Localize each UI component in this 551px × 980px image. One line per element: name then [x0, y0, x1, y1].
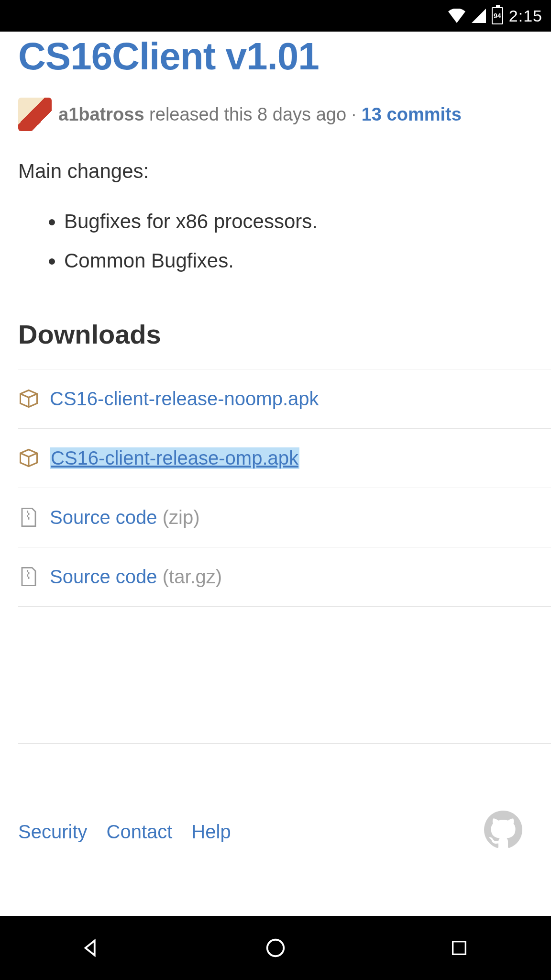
back-button[interactable]	[78, 935, 105, 961]
svg-point-0	[267, 940, 284, 957]
download-link: CS16-client-release-omp.apk	[50, 447, 299, 469]
commits-link[interactable]: 13 commits	[362, 104, 462, 124]
downloads-list: CS16-client-release-noomp.apk CS16-clien…	[18, 369, 551, 607]
footer-link-contact[interactable]: Contact	[107, 821, 173, 843]
download-link: Source code (zip)	[50, 507, 199, 528]
wifi-icon	[448, 9, 466, 23]
released-text: released this 8 days ago ·	[144, 104, 362, 124]
package-icon	[18, 389, 39, 408]
download-row[interactable]: CS16-client-release-omp.apk	[18, 429, 551, 488]
battery-pct: 94	[494, 12, 501, 20]
list-item: Bugfixes for x86 processors.	[64, 202, 551, 241]
list-item: Common Bugfixes.	[64, 241, 551, 280]
cell-signal-icon	[472, 9, 486, 23]
download-row[interactable]: Source code (tar.gz)	[18, 547, 551, 607]
release-byline: a1batross released this 8 days ago · 13 …	[18, 98, 551, 131]
svg-rect-1	[453, 942, 466, 955]
status-time: 2:15	[509, 7, 542, 25]
battery-icon: 94	[492, 7, 503, 24]
footer-link-help[interactable]: Help	[191, 821, 231, 843]
release-title-link[interactable]: CS16Client v1.01	[18, 35, 551, 78]
main-changes-heading: Main changes:	[18, 160, 551, 183]
home-button[interactable]	[262, 935, 289, 961]
avatar[interactable]	[18, 98, 52, 131]
status-bar: 94 2:15	[0, 0, 551, 32]
footer: Security Contact Help	[18, 744, 551, 853]
recent-apps-button[interactable]	[446, 935, 473, 961]
changes-list: Bugfixes for x86 processors. Common Bugf…	[64, 202, 551, 280]
zip-icon	[18, 567, 39, 587]
downloads-heading: Downloads	[18, 319, 551, 350]
author-link[interactable]: a1batross	[58, 104, 144, 124]
download-row[interactable]: CS16-client-release-noomp.apk	[18, 369, 551, 429]
android-navbar	[0, 916, 551, 980]
download-link: CS16-client-release-noomp.apk	[50, 388, 319, 410]
zip-icon	[18, 507, 39, 527]
download-row[interactable]: Source code (zip)	[18, 488, 551, 547]
package-icon	[18, 448, 39, 468]
github-mark-icon[interactable]	[484, 811, 522, 853]
footer-link-security[interactable]: Security	[18, 821, 88, 843]
webview[interactable]: CS16Client v1.01 a1batross released this…	[0, 32, 551, 916]
download-link: Source code (tar.gz)	[50, 566, 222, 588]
